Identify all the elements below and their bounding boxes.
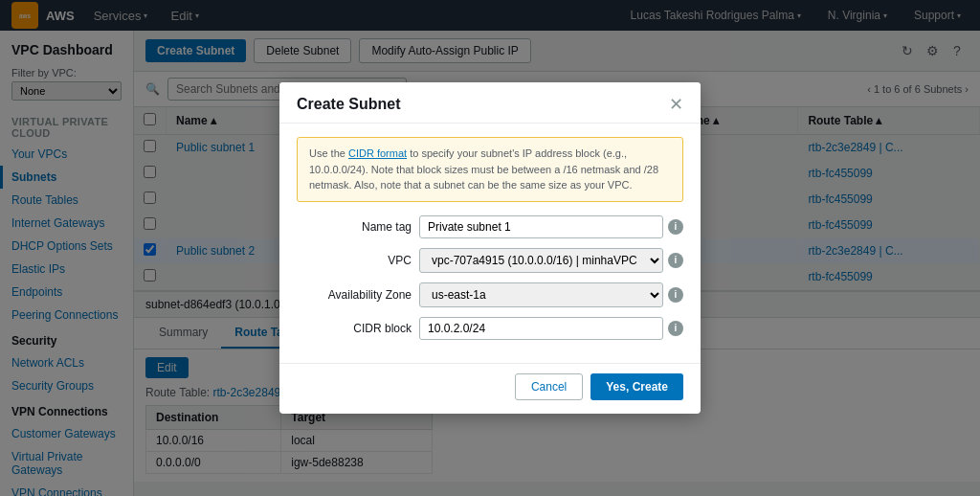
name-tag-info-icon[interactable]: i <box>668 219 683 235</box>
az-select[interactable]: us-east-1a <box>419 282 663 307</box>
az-info-icon[interactable]: i <box>668 287 683 303</box>
az-field: us-east-1a i <box>419 282 683 307</box>
cidr-row: CIDR block i <box>297 317 683 340</box>
cidr-info-icon[interactable]: i <box>668 321 683 336</box>
modal-header: Create Subnet ✕ <box>279 82 701 124</box>
az-row: Availability Zone us-east-1a i <box>297 282 683 307</box>
modal-close-button[interactable]: ✕ <box>669 96 683 113</box>
vpc-row: VPC vpc-707a4915 (10.0.0.0/16) | minhaVP… <box>297 248 683 273</box>
yes-create-button[interactable]: Yes, Create <box>590 373 683 400</box>
cidr-format-link[interactable]: CIDR format <box>348 147 407 159</box>
cidr-label: CIDR block <box>297 322 412 335</box>
name-tag-field: i <box>419 215 683 238</box>
modal-footer: Cancel Yes, Create <box>279 363 701 414</box>
name-tag-input[interactable] <box>419 215 663 238</box>
modal-title: Create Subnet <box>297 96 400 113</box>
name-tag-label: Name tag <box>297 220 412 234</box>
create-subnet-modal: Create Subnet ✕ Use the CIDR format to s… <box>279 82 701 414</box>
modal-info-text: Use the CIDR format to specify your subn… <box>297 137 683 202</box>
modal-body: Use the CIDR format to specify your subn… <box>279 124 701 363</box>
name-tag-row: Name tag i <box>297 215 683 238</box>
vpc-field: vpc-707a4915 (10.0.0.0/16) | minhaVPC i <box>419 248 683 273</box>
cancel-button[interactable]: Cancel <box>515 373 583 400</box>
modal-overlay: Create Subnet ✕ Use the CIDR format to s… <box>0 0 980 496</box>
az-label: Availability Zone <box>297 288 412 302</box>
vpc-label: VPC <box>297 254 412 267</box>
vpc-select[interactable]: vpc-707a4915 (10.0.0.0/16) | minhaVPC <box>419 248 663 273</box>
vpc-info-icon[interactable]: i <box>668 253 683 268</box>
cidr-field: i <box>419 317 683 340</box>
cidr-input[interactable] <box>419 317 663 340</box>
